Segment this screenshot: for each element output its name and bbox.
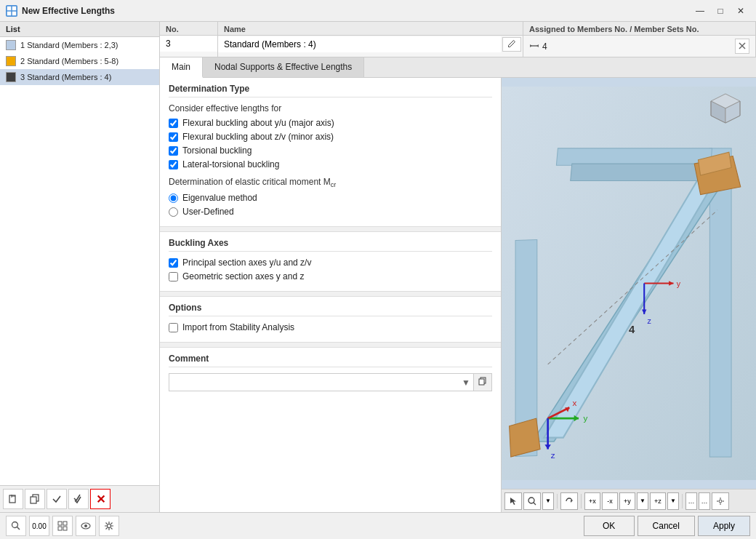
check-button[interactable] xyxy=(47,489,67,509)
svg-rect-58 xyxy=(63,522,67,525)
assigned-value: 4 xyxy=(523,36,755,57)
decimal-button[interactable]: 0.00 xyxy=(29,516,49,536)
checkbox-lateral-input[interactable] xyxy=(169,160,178,169)
checkbox-principal-input[interactable] xyxy=(169,258,178,268)
search-button[interactable] xyxy=(6,516,26,536)
no-field: 3 xyxy=(160,36,217,52)
list-header: List xyxy=(0,22,159,37)
delete-button[interactable]: ✕ xyxy=(90,489,110,509)
checkbox-torsional-input[interactable] xyxy=(169,146,178,156)
radio-user-defined-label: User-Defined xyxy=(182,207,234,217)
list-item[interactable]: 1 Standard (Members : 2,3) xyxy=(0,37,159,53)
close-button[interactable]: ✕ xyxy=(731,4,750,18)
checkbox-geometric: Geometric section axes y and z xyxy=(169,271,492,282)
options-section: Options Import from Stability Analysis xyxy=(160,297,501,342)
item-color-3 xyxy=(6,72,16,82)
vp-more2-button[interactable]: … xyxy=(699,492,710,510)
checkbox-import-stability-label: Import from Stability Analysis xyxy=(182,322,294,332)
assigned-label: Assigned to Members No. / Member Sets No… xyxy=(523,22,755,36)
tab-main[interactable]: Main xyxy=(160,57,203,78)
checkbox-torsional: Torsional buckling xyxy=(169,145,492,156)
checkbox-flex-zv: Flexural buckling about z/v (minor axis) xyxy=(169,132,492,142)
options-title: Options xyxy=(169,303,492,316)
vp-settings-button[interactable] xyxy=(712,492,729,510)
list-item[interactable]: 3 Standard (Members : 4) xyxy=(0,69,159,85)
checkbox-torsional-label: Torsional buckling xyxy=(182,145,252,156)
settings-panel: Determination Type Consider effective le… xyxy=(160,78,502,512)
svg-text:x: x xyxy=(573,398,577,407)
svg-point-54 xyxy=(719,500,722,503)
vp-dropdown3-button[interactable]: ▼ xyxy=(667,492,679,510)
viewport-cube[interactable] xyxy=(704,87,747,130)
svg-rect-57 xyxy=(58,522,62,525)
svg-rect-3 xyxy=(12,12,16,15)
checkbox-flex-yu-input[interactable] xyxy=(169,119,178,128)
name-row: Standard (Members : 4) xyxy=(218,36,523,53)
list-item-label-3: 3 Standard (Members : 4) xyxy=(20,73,111,81)
radio-eigenvalue-input[interactable] xyxy=(169,193,178,203)
svg-rect-1 xyxy=(12,7,16,10)
checkbox-lateral: Lateral-torsional buckling xyxy=(169,159,492,169)
members-button[interactable] xyxy=(52,516,73,536)
list-item[interactable]: 2 Standard (Members : 5-8) xyxy=(0,53,159,69)
tab-nodal[interactable]: Nodal Supports & Effective Lengths xyxy=(203,57,364,77)
left-toolbar: ✕ xyxy=(0,485,159,512)
vp-select-button[interactable] xyxy=(504,492,522,510)
vp-dropdown1-button[interactable]: ▼ xyxy=(542,492,554,510)
settings-button[interactable] xyxy=(99,516,119,536)
copy-button[interactable] xyxy=(25,489,45,509)
svg-point-62 xyxy=(84,524,87,527)
vp-rotate-button[interactable] xyxy=(560,492,578,510)
main-layout: List 1 Standard (Members : 2,3) 2 Standa… xyxy=(0,22,756,539)
mcr-subscript: cr xyxy=(331,181,337,188)
new-button[interactable] xyxy=(3,489,23,509)
svg-text:z: z xyxy=(551,450,555,460)
vp-yplus-button[interactable]: +y xyxy=(619,492,635,510)
svg-text:z: z xyxy=(647,316,651,325)
svg-marker-50 xyxy=(510,498,516,505)
svg-rect-2 xyxy=(7,12,11,15)
assigned-clear-button[interactable] xyxy=(735,39,749,54)
maximize-button[interactable]: □ xyxy=(711,4,730,18)
vp-more1-button[interactable]: … xyxy=(685,492,697,510)
no-input[interactable]: 3 xyxy=(166,39,209,49)
ok-button[interactable]: OK xyxy=(584,516,635,536)
check2-button[interactable] xyxy=(68,489,89,509)
vp-zplus-button[interactable]: +z xyxy=(650,492,666,510)
name-group: Name Standard (Members : 4) xyxy=(218,22,523,57)
mcr-label-text: Determination of elastic critical moment… xyxy=(169,177,331,187)
list-item-label-2: 2 Standard (Members : 5-8) xyxy=(20,57,118,65)
name-edit-button[interactable] xyxy=(502,37,521,52)
comment-dropdown-arrow-icon: ▼ xyxy=(459,378,473,388)
vp-xplus-button[interactable]: +x xyxy=(584,492,600,510)
vp-xminus-button[interactable]: -x xyxy=(602,492,618,510)
svg-line-52 xyxy=(534,503,536,505)
mcr-label: Determination of elastic critical moment… xyxy=(169,177,492,188)
comment-select[interactable] xyxy=(169,375,459,391)
content-area: List 1 Standard (Members : 2,3) 2 Standa… xyxy=(0,22,756,512)
vp-zoom-button[interactable] xyxy=(523,492,541,510)
radio-user-defined-input[interactable] xyxy=(169,207,178,217)
vp-dropdown2-button[interactable]: ▼ xyxy=(637,492,648,510)
minimize-button[interactable]: — xyxy=(691,4,709,18)
assigned-value-text: 4 xyxy=(542,41,547,52)
vp-separator-1 xyxy=(557,494,558,508)
checkbox-flex-zv-input[interactable] xyxy=(169,132,178,142)
checkbox-import-stability-input[interactable] xyxy=(169,323,178,332)
item-color-2 xyxy=(6,56,16,66)
svg-point-63 xyxy=(108,524,111,528)
cancel-button[interactable]: Cancel xyxy=(638,516,695,536)
checkbox-principal: Principal section axes y/u and z/v xyxy=(169,257,492,268)
apply-button[interactable]: Apply xyxy=(698,516,750,536)
3d-scene: 4 y x xyxy=(502,78,756,489)
svg-rect-0 xyxy=(7,7,11,10)
member-icon xyxy=(529,41,539,52)
list-items: 1 Standard (Members : 2,3) 2 Standard (M… xyxy=(0,37,159,485)
name-input[interactable]: Standard (Members : 4) xyxy=(218,36,501,52)
display-button[interactable] xyxy=(76,516,96,536)
buckling-axes-section: Buckling Axes Principal section axes y/u… xyxy=(160,232,501,291)
comment-copy-button[interactable] xyxy=(473,374,491,391)
checkbox-flex-yu-label: Flexural buckling about y/u (major axis) xyxy=(182,118,334,128)
assigned-group: Assigned to Members No. / Member Sets No… xyxy=(523,22,756,57)
checkbox-geometric-input[interactable] xyxy=(169,272,178,282)
